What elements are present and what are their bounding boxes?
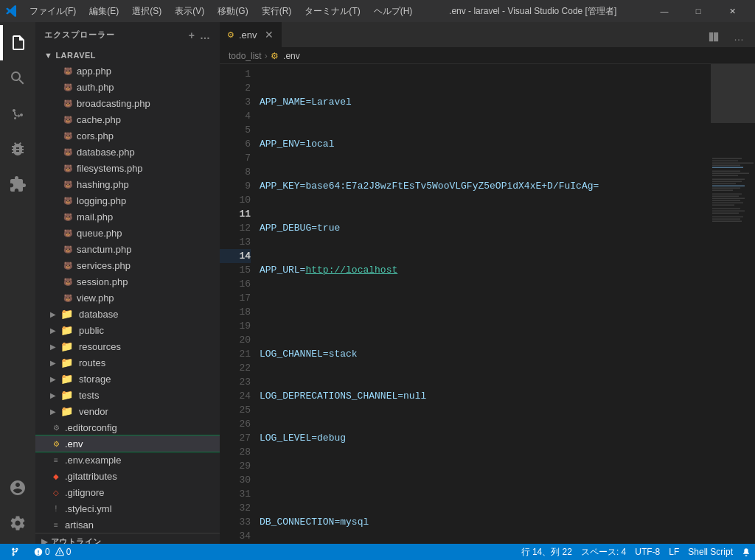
encoding-status[interactable]: UTF-8: [630, 544, 664, 560]
indentation-status[interactable]: スペース: 4: [577, 544, 630, 560]
file-mail-php[interactable]: 🐻 mail.php: [35, 209, 220, 225]
file-editorconfig[interactable]: ⚙ .editorconfig: [35, 419, 220, 435]
line-ending-status[interactable]: LF: [664, 544, 683, 560]
menu-selection[interactable]: 選択(S): [126, 4, 167, 19]
menu-go[interactable]: 移動(G): [212, 4, 254, 19]
svg-rect-14: [712, 194, 742, 195]
menu-edit[interactable]: 編集(E): [83, 4, 125, 19]
split-editor-button[interactable]: [703, 27, 724, 47]
svg-rect-11: [712, 186, 745, 187]
code-line-11: DB_CONNECTION=mysql: [257, 515, 711, 529]
svg-rect-5: [712, 171, 740, 172]
app-icon: [6, 5, 18, 17]
cursor-position-status[interactable]: 行 14、列 22: [517, 544, 577, 560]
new-file-icon[interactable]: +: [189, 29, 195, 41]
code-editor[interactable]: APP_NAME=Laravel APP_ENV=local APP_KEY=b…: [257, 64, 711, 544]
menu-terminal[interactable]: ターミナル(T): [299, 4, 366, 19]
svg-rect-25: [712, 221, 742, 223]
svg-rect-0: [712, 158, 742, 160]
svg-rect-8: [712, 179, 745, 181]
minimize-button[interactable]: —: [647, 0, 681, 22]
svg-rect-2: [712, 163, 754, 164]
file-app-php[interactable]: 🐻 app.php: [35, 63, 220, 79]
file-gitignore[interactable]: ◇ .gitignore: [35, 484, 220, 500]
tab-close-button[interactable]: ✕: [265, 29, 274, 41]
status-bar: 0 0 行 14、列 22 スペース: 4 UTF-8 LF Shell Scr…: [0, 544, 755, 560]
file-database-php[interactable]: 🐻 database.php: [35, 144, 220, 160]
sidebar-header: エクスプローラー + …: [35, 22, 220, 48]
folder-routes[interactable]: ▶ 📁 routes: [35, 354, 220, 371]
file-cache-php[interactable]: 🐻 cache.php: [35, 111, 220, 127]
folder-icon: 📁: [60, 373, 73, 385]
svg-rect-23: [712, 217, 743, 218]
language-mode-status[interactable]: Shell Script: [683, 544, 737, 560]
folder-tests[interactable]: ▶ 📁 tests: [35, 387, 220, 403]
activity-extensions[interactable]: [0, 167, 35, 202]
svg-rect-22: [712, 213, 739, 214]
folder-resources[interactable]: ▶ 📁 resources: [35, 338, 220, 354]
file-view-php[interactable]: 🐻 view.php: [35, 290, 220, 306]
folder-storage[interactable]: ▶ 📁 storage: [35, 371, 220, 387]
git-icon: ◆: [50, 470, 62, 482]
code-line-7: LOG_CHANNEL=stack: [257, 347, 711, 361]
gear-icon: ⚙: [50, 421, 62, 433]
file-logging-php[interactable]: 🐻 logging.php: [35, 192, 220, 209]
new-folder-icon[interactable]: …: [200, 29, 211, 41]
folder-public[interactable]: ▶ 📁 public: [35, 322, 220, 338]
notifications-status[interactable]: [737, 544, 755, 560]
file-broadcasting-php[interactable]: 🐻 broadcasting.php: [35, 95, 220, 111]
svg-rect-24: [712, 219, 740, 220]
file-styleci[interactable]: ! .styleci.yml: [35, 500, 220, 517]
folder-icon: 📁: [60, 389, 73, 401]
yaml-icon: !: [50, 503, 62, 514]
activity-explorer[interactable]: [0, 25, 35, 60]
bell-icon: [742, 547, 751, 556]
error-count-status[interactable]: 0 0: [29, 544, 75, 560]
file-env-example[interactable]: ≡ .env.example: [35, 452, 220, 468]
file-cors-php[interactable]: 🐻 cors.php: [35, 127, 220, 144]
file-session-php[interactable]: 🐻 session.php: [35, 273, 220, 290]
more-actions-button[interactable]: …: [728, 27, 749, 47]
file-auth-php[interactable]: 🐻 auth.php: [35, 79, 220, 95]
file-artisan[interactable]: ≡ artisan: [35, 517, 220, 533]
minimap-visual: [711, 64, 755, 544]
php-icon: 🐻: [62, 227, 74, 239]
file-filesystems-php[interactable]: 🐻 filesystems.php: [35, 160, 220, 176]
activity-run[interactable]: [0, 131, 35, 167]
folder-database[interactable]: ▶ 📁 database: [35, 306, 220, 322]
svg-rect-13: [712, 190, 733, 192]
activity-account[interactable]: [0, 470, 35, 505]
chevron-right-icon: ▶: [50, 407, 56, 416]
file-queue-php[interactable]: 🐻 queue.php: [35, 225, 220, 241]
breadcrumb-folder[interactable]: todo_list: [229, 51, 262, 61]
menu-help[interactable]: ヘルプ(H): [368, 4, 419, 19]
warning-count: 0: [66, 547, 72, 557]
breadcrumb-file[interactable]: ⚙ .env: [271, 51, 300, 61]
sidebar-title: エクスプローラー: [44, 29, 115, 41]
activity-search[interactable]: [0, 60, 35, 96]
menu-file[interactable]: ファイル(F): [24, 4, 82, 19]
file-sanctum-php[interactable]: 🐻 sanctum.php: [35, 241, 220, 257]
outline-header[interactable]: ▶ アウトライン: [35, 533, 220, 544]
file-services-php[interactable]: 🐻 services.php: [35, 257, 220, 273]
maximize-button[interactable]: □: [681, 0, 715, 22]
window-controls: — □ ✕: [647, 0, 749, 22]
svg-rect-17: [712, 200, 740, 202]
close-button[interactable]: ✕: [715, 0, 749, 22]
svg-rect-20: [712, 209, 740, 210]
file-hashing-php[interactable]: 🐻 hashing.php: [35, 176, 220, 192]
status-left: 0 0: [0, 544, 75, 560]
file-env-active[interactable]: ⚙ .env: [35, 435, 220, 452]
tab-env[interactable]: ⚙ .env ✕: [220, 22, 282, 47]
php-icon: 🐻: [62, 130, 74, 141]
menu-run[interactable]: 実行(R): [256, 4, 298, 19]
svg-rect-21: [712, 211, 745, 212]
file-gitattributes[interactable]: ◆ .gitattributes: [35, 468, 220, 484]
menu-view[interactable]: 表示(V): [169, 4, 210, 19]
project-root[interactable]: ▼ LARAVEL: [35, 48, 220, 63]
activity-source-control[interactable]: [0, 96, 35, 131]
editor-area: ⚙ .env ✕ … todo_list › ⚙ .env: [220, 22, 755, 544]
git-branch-status[interactable]: [6, 544, 24, 560]
folder-vendor[interactable]: ▶ 📁 vendor: [35, 403, 220, 419]
activity-settings[interactable]: [0, 505, 35, 541]
